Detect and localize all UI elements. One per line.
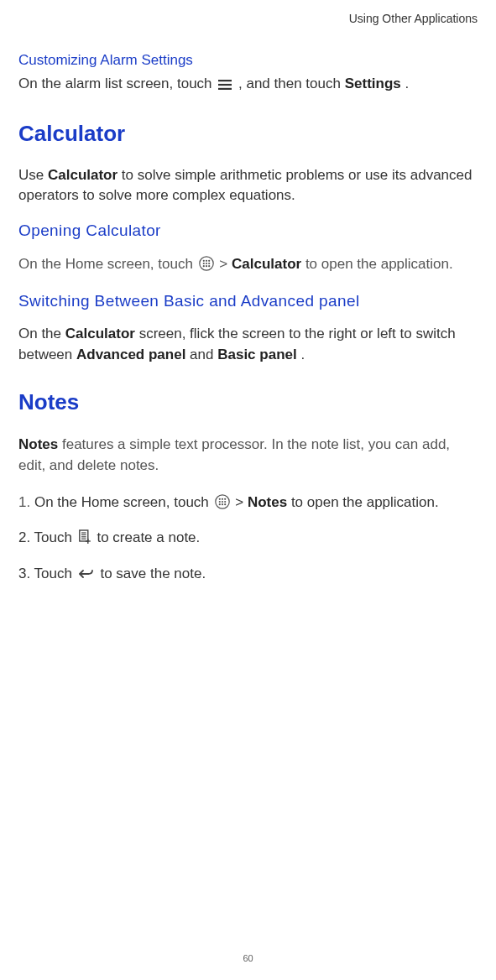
svg-rect-23 [79,530,87,541]
page-number: 60 [0,953,496,963]
text-fragment: features a simple text processor. In the… [18,436,450,474]
text-fragment: and [190,347,217,362]
back-icon [78,566,95,587]
text-fragment: to save the note. [100,566,206,581]
text-bold: Calculator [232,256,301,272]
notes-step-1: 1. On the Home screen, touch > Notes to … [18,492,478,516]
svg-point-9 [208,263,210,264]
text-fragment: Use [18,167,48,183]
running-header: Using Other Applications [18,12,478,25]
svg-point-10 [202,265,204,267]
text-fragment: to open the application. [291,494,439,510]
heading-switching-panels: Switching Between Basic and Advanced pan… [18,292,478,310]
svg-point-17 [218,501,220,503]
text-fragment: . [405,76,409,91]
notes-step-3: 3. Touch to save the note. [18,563,478,587]
svg-rect-2 [218,88,232,90]
svg-point-14 [218,498,220,499]
text-fragment: to create a note. [97,529,200,545]
svg-point-11 [206,265,207,267]
text-fragment: > [219,256,232,272]
text-fragment: On the Home screen, touch [18,256,197,272]
svg-point-19 [224,501,226,503]
text-fragment: , and then touch [238,76,345,91]
text-fragment: . [300,347,305,362]
text-fragment: to open the application. [305,256,453,272]
new-note-icon [78,529,91,551]
calculator-intro: Use Calculator to solve simple arithmeti… [18,165,478,206]
text-fragment: On the alarm list screen, touch [18,76,216,91]
svg-point-5 [206,260,207,262]
text-fragment: > [235,494,248,510]
svg-point-16 [224,498,226,499]
apps-grid-icon [199,256,214,278]
text-bold: Advanced panel [76,347,185,362]
apps-grid-icon [215,494,230,516]
svg-point-18 [221,501,222,503]
svg-point-15 [221,498,222,499]
text-fragment: On the [18,326,65,341]
text-bold: Calculator [48,167,117,183]
svg-point-8 [206,263,207,264]
text-bold: Notes [248,494,287,510]
svg-point-21 [221,503,222,505]
heading-opening-calculator: Opening Calculator [18,222,478,240]
svg-point-4 [202,260,204,262]
text-bold: Settings [345,76,401,91]
svg-rect-1 [218,84,232,86]
open-calculator-instruction: On the Home screen, touch > Calculator t… [18,253,478,278]
notes-intro: Notes features a simple text processor. … [18,434,478,477]
svg-point-22 [224,503,226,505]
text-fragment: On the Home screen, touch [34,494,213,510]
svg-point-7 [202,263,204,264]
alarm-instruction: On the alarm list screen, touch , and th… [18,74,478,97]
heading-customizing-alarm: Customizing Alarm Settings [18,52,478,69]
text-fragment: 2. Touch [18,529,76,545]
svg-point-6 [208,260,210,262]
switching-instruction: On the Calculator screen, flick the scre… [18,324,478,365]
step-number: 1. [18,494,34,510]
svg-rect-0 [218,80,232,81]
text-fragment: 3. Touch [18,566,76,581]
heading-notes: Notes [18,389,478,415]
notes-step-2: 2. Touch to create a note. [18,527,478,551]
text-bold: Notes [18,436,58,452]
svg-point-12 [208,265,210,267]
text-bold: Calculator [65,326,135,341]
menu-icon [217,76,232,97]
heading-calculator: Calculator [18,121,478,147]
svg-point-20 [218,503,220,505]
text-bold: Basic panel [217,347,297,362]
